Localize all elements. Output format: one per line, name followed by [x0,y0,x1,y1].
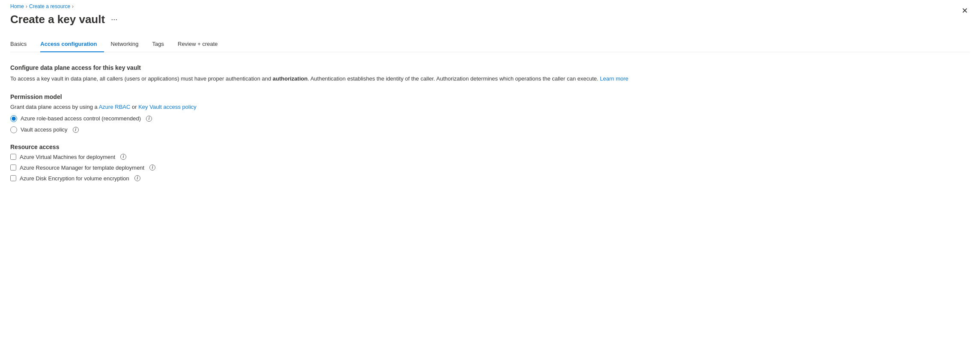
checkbox-arm-deployment-input[interactable] [10,165,16,170]
access-policy-link[interactable]: Key Vault access policy [138,104,197,110]
resource-access-checkboxes: Azure Virtual Machines for deployment i … [10,154,970,182]
resource-access-section: Resource access Azure Virtual Machines f… [10,144,970,182]
checkbox-disk-encryption-input[interactable] [10,175,16,181]
configure-desc-part1: To access a key vault in data plane, all… [10,75,273,82]
checkbox-arm-deployment-label: Azure Resource Manager for template depl… [20,165,144,171]
vault-policy-info-icon[interactable]: i [73,127,79,133]
tab-review-create[interactable]: Review + create [178,36,225,52]
breadcrumb: Home › Create a resource › [10,0,970,11]
checkbox-disk-encryption-label: Azure Disk Encryption for volume encrypt… [20,175,129,182]
configure-section: Configure data plane access for this key… [10,64,970,83]
radio-rbac-input[interactable] [10,115,17,122]
breadcrumb-separator-2: › [72,3,74,9]
permission-model-description: Grant data plane access by using a Azure… [10,104,970,110]
close-button[interactable]: ✕ [960,5,970,16]
checkbox-arm-deployment[interactable]: Azure Resource Manager for template depl… [10,165,970,171]
permission-model-radio-group: Azure role-based access control (recomme… [10,115,970,133]
learn-more-link[interactable]: Learn more [600,75,628,82]
breadcrumb-home[interactable]: Home [10,3,24,9]
azure-rbac-link[interactable]: Azure RBAC [99,104,131,110]
breadcrumb-create-resource[interactable]: Create a resource [29,3,70,9]
tab-tags[interactable]: Tags [152,36,171,52]
perm-desc-or: or [130,104,138,110]
page-title: Create a key vault [10,13,105,26]
arm-deployment-info-icon[interactable]: i [149,165,155,170]
vm-deployment-info-icon[interactable]: i [120,154,126,160]
permission-model-section: Permission model Grant data plane access… [10,93,970,133]
configure-section-description: To access a key vault in data plane, all… [10,75,970,83]
breadcrumb-separator-1: › [26,3,27,9]
permission-model-title: Permission model [10,93,970,100]
page-container: Home › Create a resource › Create a key … [0,0,980,341]
resource-access-title: Resource access [10,144,970,150]
checkbox-vm-deployment-input[interactable] [10,154,16,160]
checkbox-disk-encryption[interactable]: Azure Disk Encryption for volume encrypt… [10,175,970,182]
checkbox-vm-deployment-label: Azure Virtual Machines for deployment [20,154,115,160]
tab-basics[interactable]: Basics [10,36,33,52]
radio-rbac[interactable]: Azure role-based access control (recomme… [10,115,970,122]
ellipsis-button[interactable]: ··· [108,14,120,25]
tab-access-configuration[interactable]: Access configuration [40,36,104,52]
configure-desc-part2: . Authentication establishes the identit… [307,75,598,82]
disk-encryption-info-icon[interactable]: i [134,175,140,181]
checkbox-vm-deployment[interactable]: Azure Virtual Machines for deployment i [10,154,970,160]
page-title-area: Create a key vault ··· [10,13,970,26]
tab-networking[interactable]: Networking [111,36,146,52]
radio-vault-policy[interactable]: Vault access policy i [10,126,970,133]
radio-vault-policy-input[interactable] [10,126,17,133]
rbac-info-icon[interactable]: i [146,116,152,122]
tabs-container: Basics Access configuration Networking T… [10,36,970,52]
configure-section-title: Configure data plane access for this key… [10,64,970,71]
radio-vault-policy-label: Vault access policy [21,126,68,133]
radio-rbac-label: Azure role-based access control (recomme… [21,115,141,122]
configure-desc-bold: authorization [273,75,308,82]
perm-desc-part1: Grant data plane access by using a [10,104,99,110]
